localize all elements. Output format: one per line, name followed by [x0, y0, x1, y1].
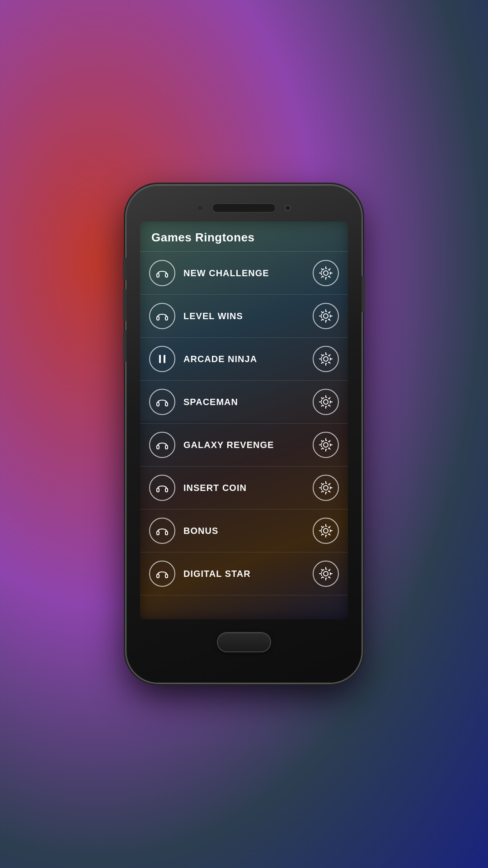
svg-point-27 — [324, 486, 328, 490]
svg-rect-21 — [165, 445, 168, 449]
phone-frame: Games Ringtones NEW CHALLENGE LEVEL WINS — [127, 185, 361, 683]
headphone-icon-circle — [149, 260, 175, 286]
power-button[interactable] — [361, 276, 365, 312]
ringtone-name: LEVEL WINS — [183, 311, 305, 321]
sensor-dot — [197, 205, 203, 211]
svg-rect-25 — [157, 488, 159, 492]
phone-bottom — [127, 619, 361, 665]
svg-rect-15 — [157, 402, 159, 406]
settings-button[interactable] — [313, 561, 339, 587]
svg-point-8 — [324, 314, 328, 318]
phone-top-bar — [127, 185, 361, 222]
home-button[interactable] — [217, 632, 271, 652]
svg-point-22 — [324, 443, 328, 447]
svg-rect-35 — [157, 574, 159, 578]
svg-rect-26 — [165, 488, 168, 492]
headphone-icon-circle — [149, 561, 175, 587]
ringtone-item[interactable]: SPACEMAN — [140, 381, 348, 424]
settings-button[interactable] — [313, 389, 339, 415]
svg-point-17 — [324, 400, 328, 404]
ringtone-name: DIGITAL STAR — [183, 569, 305, 579]
ringtone-name: ARCADE NINJA — [183, 354, 305, 364]
settings-button[interactable] — [313, 303, 339, 329]
headphone-icon-circle — [149, 518, 175, 544]
settings-button[interactable] — [313, 475, 339, 501]
svg-point-32 — [324, 528, 328, 533]
svg-rect-2 — [165, 274, 168, 277]
app-header: Games Ringtones — [140, 222, 348, 252]
speaker-grille — [212, 203, 276, 212]
svg-point-37 — [324, 571, 328, 576]
ringtone-name: INSERT COIN — [183, 483, 305, 493]
svg-rect-20 — [157, 445, 159, 449]
ringtone-list: NEW CHALLENGE LEVEL WINS ARCADE NINJA SP… — [140, 252, 348, 595]
ringtone-item[interactable]: BONUS — [140, 509, 348, 552]
settings-button[interactable] — [313, 260, 339, 286]
svg-rect-10 — [159, 355, 161, 363]
screen-content: Games Ringtones NEW CHALLENGE LEVEL WINS — [140, 222, 348, 619]
ringtone-item[interactable]: LEVEL WINS — [140, 295, 348, 338]
settings-button[interactable] — [313, 432, 339, 458]
ringtone-name: BONUS — [183, 526, 305, 536]
pause-icon-circle — [149, 346, 175, 372]
volume-down-button[interactable] — [123, 330, 127, 362]
svg-rect-7 — [165, 316, 168, 320]
ringtone-name: GALAXY REVENGE — [183, 440, 305, 450]
svg-rect-31 — [165, 531, 168, 535]
svg-rect-11 — [164, 355, 165, 363]
svg-rect-36 — [165, 574, 168, 578]
svg-rect-30 — [157, 531, 159, 535]
svg-point-3 — [324, 271, 328, 275]
settings-button[interactable] — [313, 518, 339, 544]
svg-rect-16 — [165, 402, 168, 406]
ringtone-name: NEW CHALLENGE — [183, 268, 305, 278]
svg-rect-1 — [157, 274, 159, 277]
ringtone-item[interactable]: NEW CHALLENGE — [140, 252, 348, 295]
ringtone-item[interactable]: GALAXY REVENGE — [140, 424, 348, 467]
phone-screen: Games Ringtones NEW CHALLENGE LEVEL WINS — [140, 222, 348, 619]
headphone-icon-circle — [149, 432, 175, 458]
svg-point-12 — [324, 357, 328, 361]
headphone-icon-circle — [149, 475, 175, 501]
ringtone-item[interactable]: DIGITAL STAR — [140, 552, 348, 595]
front-camera — [285, 205, 291, 211]
headphone-icon-circle — [149, 389, 175, 415]
ringtone-item[interactable]: INSERT COIN — [140, 467, 348, 509]
settings-button[interactable] — [313, 346, 339, 372]
volume-up-button[interactable] — [123, 289, 127, 321]
svg-rect-6 — [157, 316, 159, 320]
ringtone-item[interactable]: ARCADE NINJA — [140, 338, 348, 381]
ringtone-name: SPACEMAN — [183, 397, 305, 407]
headphone-icon-circle — [149, 303, 175, 329]
app-title: Games Ringtones — [151, 231, 255, 244]
mute-button[interactable] — [123, 258, 127, 280]
